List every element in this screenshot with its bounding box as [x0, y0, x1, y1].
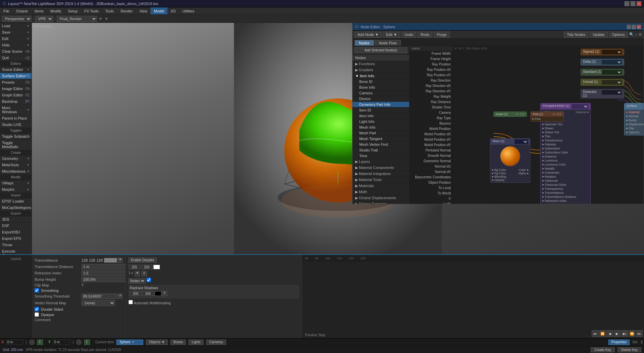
ne-redo-btn[interactable]: Redo — [418, 32, 432, 38]
sidebar-btn-edit[interactable]: Edit ▼ — [0, 36, 32, 42]
menu-tools[interactable]: Tools — [102, 7, 117, 14]
y-pos-input[interactable] — [53, 340, 70, 345]
sidebar-btn-quit[interactable]: Quit +Q — [0, 55, 32, 61]
sidebar-btn-morphs[interactable]: Morphs ▼ — [0, 186, 32, 193]
sidebar-btn-epsf[interactable]: EPSF Loader — [0, 198, 32, 205]
prop-st-btn[interactable]: ↺ — [117, 294, 123, 299]
ne-undo-btn[interactable]: Undo — [401, 32, 416, 38]
menu-file[interactable]: File — [0, 7, 13, 14]
sidebar-btn-clear[interactable]: Clear Scene +N — [0, 48, 32, 55]
y-e-btn[interactable]: E — [84, 340, 90, 345]
sub-item-id[interactable]: Item ID — [353, 107, 409, 113]
vpr-dropdown[interactable]: VPR — [35, 16, 53, 22]
objects-btn[interactable]: Objects ▼ — [146, 340, 168, 345]
color-r-input[interactable] — [128, 265, 140, 269]
ne-max-btn[interactable]: □ — [632, 25, 636, 29]
sidebar-btn-studio-live[interactable]: Studio LIVE — [0, 122, 32, 128]
cat-layers[interactable]: ▶ Layers — [353, 159, 409, 165]
cat-functions[interactable]: ▶ Functions — [353, 61, 409, 67]
sigma2-select[interactable] — [602, 50, 622, 54]
sidebar-btn-exporteps[interactable]: Export EPS — [0, 235, 32, 242]
ne-purge-btn[interactable]: Purge — [434, 32, 449, 38]
sub-mesh-part[interactable]: Mesh Part — [353, 130, 409, 136]
menu-io[interactable]: I/O — [167, 7, 179, 14]
1x-eye-btn[interactable]: 👁 — [135, 271, 140, 276]
transport-play-btn[interactable]: ▶ — [614, 330, 621, 337]
sub-device[interactable]: Device — [353, 96, 409, 102]
cat-item-info[interactable]: ▼ Item Info — [353, 73, 409, 79]
node-sigma2[interactable]: Sigma2 (1) — [581, 49, 624, 55]
delete-key-btn[interactable]: Delete Key — [618, 347, 641, 352]
transport-prev-btn[interactable]: ⏪ — [599, 330, 606, 337]
node-standard[interactable]: Standard (1) — [581, 69, 624, 76]
cat-material-tools[interactable]: ▶ Material Tools — [353, 177, 409, 183]
1x-e-btn[interactable]: E — [142, 271, 147, 276]
node-invert[interactable]: Invert (1) InOut — [493, 112, 527, 117]
node-surface[interactable]: Surface ● Material ● Normal ● Bump ● Dis… — [624, 103, 644, 135]
node-unreal[interactable]: Unreal (1) — [581, 79, 624, 86]
node-delta[interactable]: Delta (1) — [581, 59, 624, 65]
sub-mesh-info[interactable]: Mesh Info — [353, 125, 409, 130]
prop-refraction-input[interactable] — [82, 270, 126, 276]
x-motion-btn[interactable] — [29, 340, 35, 345]
ne-options-btn[interactable]: Options — [609, 32, 628, 38]
nodes-select[interactable]: Nodes — [128, 278, 146, 283]
prop-transmittance-distance-input[interactable] — [82, 264, 126, 269]
ne-edit-btn[interactable]: Edit ▼ — [383, 32, 400, 38]
sidebar-btn-exportobj[interactable]: ExportOBJ — [0, 229, 32, 235]
sidebar-btn-load[interactable]: Load ▼ — [0, 23, 32, 29]
auto-multithreading-checkbox[interactable] — [128, 300, 133, 304]
create-key-btn[interactable]: Create Key — [591, 347, 615, 352]
shadow-swatch[interactable] — [155, 291, 161, 296]
mixer-select[interactable] — [515, 139, 528, 144]
shadow-r-input[interactable] — [130, 291, 142, 296]
delta-select[interactable] — [602, 60, 622, 64]
transport-end-btn[interactable]: ⏭ — [636, 330, 643, 337]
ne-add-node-btn[interactable]: Add Node ▼ — [355, 32, 382, 38]
prop-vnm-select[interactable]: (none) — [82, 300, 115, 306]
transport-next-frame-btn[interactable]: ▶| — [621, 330, 628, 337]
sidebar-btn-help[interactable]: Help ▼ — [0, 42, 32, 48]
menu-fx-tools[interactable]: FX Tools — [81, 7, 102, 14]
sidebar-btn-parent-in-place[interactable]: Parent in Place — [0, 115, 32, 122]
sidebar-btn-scene-editor[interactable]: Scene Editor ▼ — [0, 67, 32, 73]
sidebar-btn-toggle-metaballs[interactable]: Toggle MetaBalls — [0, 140, 32, 150]
prop-st-input[interactable] — [82, 294, 117, 299]
sidebar-btn-metatools[interactable]: MetaTools ▼ — [0, 162, 32, 168]
cat-math[interactable]: ▶ Math — [353, 189, 409, 195]
close-btn[interactable]: ✕ — [637, 1, 641, 6]
transport-start-btn[interactable]: ⏮ — [592, 330, 598, 337]
cat-octane-emission[interactable]: ▶ Octane Emission — [353, 201, 409, 204]
x-pos-input[interactable] — [6, 340, 23, 345]
sub-mesh-tangent[interactable]: Mesh Tangent — [353, 136, 409, 142]
menu-model[interactable]: Model — [151, 7, 167, 14]
sub-bone-info[interactable]: Bone Info — [353, 85, 409, 90]
shadow-e-btn[interactable]: E — [162, 291, 167, 296]
sub-camera[interactable]: Camera — [353, 90, 409, 96]
menu-items[interactable]: Items — [31, 7, 47, 14]
mode-dropdown[interactable]: Perspective — [2, 16, 32, 22]
prop-double-sided-checkbox[interactable] — [35, 307, 39, 311]
prop-transmittance-swatch[interactable] — [104, 258, 117, 263]
sub-dynamics-part-info[interactable]: Dynamics Part Info — [353, 102, 409, 107]
sidebar-btn-dxf[interactable]: DXF — [0, 223, 32, 229]
sub-item-info[interactable]: Item Info — [353, 113, 409, 119]
sidebar-btn-misc[interactable]: Miscellaneous ▼ — [0, 168, 32, 175]
sub-bone-id[interactable]: Bone ID — [353, 79, 409, 85]
dielectric-select[interactable] — [602, 90, 622, 95]
menu-render[interactable]: Render — [117, 7, 136, 14]
node-mixer[interactable]: Mixer (1) ● Bg Color Color ● ● Fg Color — [490, 138, 530, 183]
sidebar-btn-throw[interactable]: Throw — [0, 242, 32, 248]
x-e-btn[interactable]: E — [37, 340, 43, 345]
sidebar-btn-presets[interactable]: Presets F8 — [0, 79, 32, 86]
sidebar-btn-graph-editor[interactable]: Graph Editor F2 — [0, 92, 32, 98]
properties-btn[interactable]: Properties — [608, 340, 630, 345]
cat-materials[interactable]: ▶ Materials — [353, 183, 409, 189]
maximize-btn[interactable]: □ — [631, 1, 635, 6]
ne-close-btn[interactable]: ✕ — [637, 25, 641, 29]
sidebar-btn-surface-editor[interactable]: Surface Editor F5 — [0, 73, 32, 79]
sidebar-btn-toggle-subpatch[interactable]: Toggle Subpatch — [0, 133, 32, 140]
menu-view[interactable]: View — [136, 7, 151, 14]
ne-update-btn[interactable]: Update — [590, 32, 607, 38]
sidebar-btn-backdrop[interactable]: Backdrop F7 — [0, 98, 32, 105]
